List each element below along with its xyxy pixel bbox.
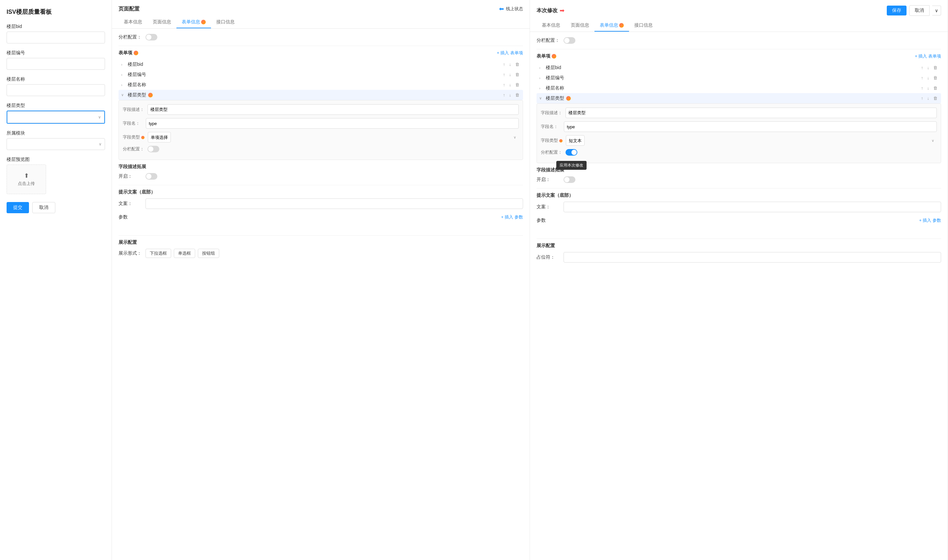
right-placeholder-input[interactable] (564, 252, 941, 263)
right-delete-btn-number[interactable]: 🗑 (932, 75, 939, 81)
input-number[interactable] (6, 58, 105, 70)
right-down-btn-name[interactable]: ↓ (926, 85, 931, 91)
upload-box[interactable]: ⬆ 点击上传 (6, 165, 46, 194)
right-field-type-select-wrapper: 短文本 (566, 135, 937, 146)
right-display-title: 展示配置 (536, 243, 941, 249)
right-field-type-label: 字段类型 (541, 137, 563, 143)
right-form-list-item-number[interactable]: › 楼层编号 ↑ ↓ 🗑 (536, 73, 941, 83)
middle-form-items-header: 表单项 + 插入 表单项 (119, 50, 523, 56)
cancel-button-right[interactable]: 取消 (909, 5, 930, 16)
tab-form-info-right[interactable]: 表单信息 (595, 20, 629, 32)
right-field-type-select[interactable]: 短文本 (566, 135, 584, 146)
form-list-item-name[interactable]: › 楼层名称 ↑ ↓ 🗑 (119, 80, 523, 90)
right-down-btn-type[interactable]: ↓ (926, 95, 931, 102)
up-btn-number[interactable]: ↑ (502, 71, 506, 78)
middle-insert-params[interactable]: + 插入 参数 (501, 214, 523, 220)
up-btn-type[interactable]: ↑ (502, 92, 506, 98)
right-field-type-row: 字段类型 短文本 (541, 135, 937, 146)
type-item-icon (148, 93, 153, 97)
middle-extension-enable-label: 开启： (119, 173, 142, 179)
input-bid[interactable] (6, 32, 105, 43)
form-item-number: 楼层编号 (6, 50, 105, 70)
form-list-item-bid[interactable]: › 楼层bid ↑ ↓ 🗑 (119, 59, 523, 69)
field-desc-input[interactable] (148, 104, 519, 115)
right-field-split-toggle[interactable] (566, 149, 577, 155)
right-form-list-item-bid[interactable]: › 楼层bid ↑ ↓ 🗑 (536, 63, 941, 73)
tab-basic-info-right[interactable]: 基本信息 (536, 20, 566, 32)
tab-api-info-middle[interactable]: 接口信息 (211, 17, 240, 28)
right-panel-title: 本次修改 (536, 7, 558, 14)
right-down-btn-bid[interactable]: ↓ (926, 65, 931, 71)
right-insert-params[interactable]: + 插入 参数 (919, 217, 941, 223)
right-insert-form-item[interactable]: + 插入 表单项 (915, 53, 941, 59)
form-list-item-number[interactable]: › 楼层编号 ↑ ↓ 🗑 (119, 69, 523, 80)
upload-icon: ⬆ (24, 172, 29, 179)
middle-tip-title: 提示文案（底部） (119, 189, 523, 195)
up-btn-name[interactable]: ↑ (502, 82, 506, 88)
more-button[interactable]: ∨ (932, 6, 941, 15)
down-btn-name[interactable]: ↓ (508, 82, 513, 88)
down-btn-number[interactable]: ↓ (508, 71, 513, 78)
select-type[interactable] (7, 111, 104, 123)
middle-display-label: 展示形式： (119, 251, 142, 256)
field-desc-label: 字段描述： (123, 107, 144, 112)
middle-params-label: 参数 (119, 214, 142, 220)
up-btn-bid[interactable]: ↑ (502, 61, 506, 68)
submit-button[interactable]: 提交 (6, 202, 29, 213)
save-button[interactable]: 保存 (887, 6, 906, 15)
right-up-btn-number[interactable]: ↑ (920, 75, 924, 81)
right-down-btn-number[interactable]: ↓ (926, 75, 931, 81)
right-delete-btn-name[interactable]: 🗑 (932, 85, 939, 91)
right-field-desc-input[interactable] (566, 108, 937, 118)
middle-panel-title: 页面配置 (119, 6, 140, 12)
down-btn-type[interactable]: ↓ (508, 92, 513, 98)
field-type-select-wrapper: 单项选择 (148, 132, 519, 143)
right-params-header: 参数 + 插入 参数 (536, 217, 941, 223)
right-form-list-item-name[interactable]: › 楼层名称 ↑ ↓ 🗑 (536, 83, 941, 93)
right-delete-btn-type[interactable]: 🗑 (932, 95, 939, 102)
label-bid: 楼层bid (6, 24, 105, 29)
tab-page-info-middle[interactable]: 页面信息 (148, 17, 176, 28)
right-field-name-input[interactable] (564, 122, 937, 132)
left-arrow-icon: ⬅ (499, 5, 504, 12)
field-name-label: 字段名： (123, 120, 143, 126)
middle-tip-copy-input[interactable] (145, 198, 523, 209)
input-name[interactable] (6, 84, 105, 96)
down-btn-bid[interactable]: ↓ (508, 61, 513, 68)
display-option-radio[interactable]: 单选框 (174, 249, 195, 258)
middle-display-form-row: 展示形式： 下拉选框 单选框 按钮组 (119, 249, 523, 258)
middle-extension-toggle[interactable] (145, 173, 157, 180)
display-option-buttons[interactable]: 按钮组 (198, 249, 219, 258)
right-delete-btn-bid[interactable]: 🗑 (932, 65, 939, 71)
tab-api-info-right[interactable]: 接口信息 (629, 20, 658, 32)
right-form-list-item-type[interactable]: ∨ 楼层类型 ↑ ↓ 🗑 (536, 93, 941, 103)
tab-basic-info-middle[interactable]: 基本信息 (119, 17, 148, 28)
middle-display-options: 下拉选框 单选框 按钮组 (145, 249, 219, 258)
right-up-btn-name[interactable]: ↑ (920, 85, 924, 91)
tab-form-info-middle[interactable]: 表单信息 (176, 17, 211, 28)
cancel-button[interactable]: 取消 (32, 202, 55, 213)
tab-page-info-right[interactable]: 页面信息 (566, 20, 595, 32)
field-split-toggle[interactable] (148, 146, 159, 152)
form-list-item-type[interactable]: ∨ 楼层类型 ↑ ↓ 🗑 (119, 90, 523, 100)
right-tip-copy-input[interactable] (564, 202, 941, 212)
delete-btn-name[interactable]: 🗑 (514, 82, 520, 88)
tab-form-icon-right (619, 23, 624, 28)
field-name-input[interactable] (146, 118, 519, 129)
right-split-toggle[interactable] (564, 37, 575, 44)
select-module[interactable] (6, 138, 105, 150)
right-extension-enable-label: 开启： (536, 177, 560, 183)
right-chevron-right-number: › (539, 76, 544, 80)
middle-insert-form-item[interactable]: + 插入 表单项 (497, 50, 523, 56)
delete-btn-bid[interactable]: 🗑 (514, 61, 520, 68)
right-up-btn-bid[interactable]: ↑ (920, 65, 924, 71)
right-extension-toggle[interactable] (564, 176, 575, 183)
display-option-dropdown[interactable]: 下拉选框 (145, 249, 171, 258)
middle-split-toggle[interactable] (145, 34, 157, 40)
delete-btn-type[interactable]: 🗑 (514, 92, 520, 98)
field-type-select[interactable]: 单项选择 (148, 132, 171, 143)
right-up-btn-type[interactable]: ↑ (920, 95, 924, 102)
form-item-type: 楼层类型 (6, 103, 105, 124)
delete-btn-number[interactable]: 🗑 (514, 71, 520, 78)
middle-form-items-title-text: 表单项 (119, 50, 132, 56)
